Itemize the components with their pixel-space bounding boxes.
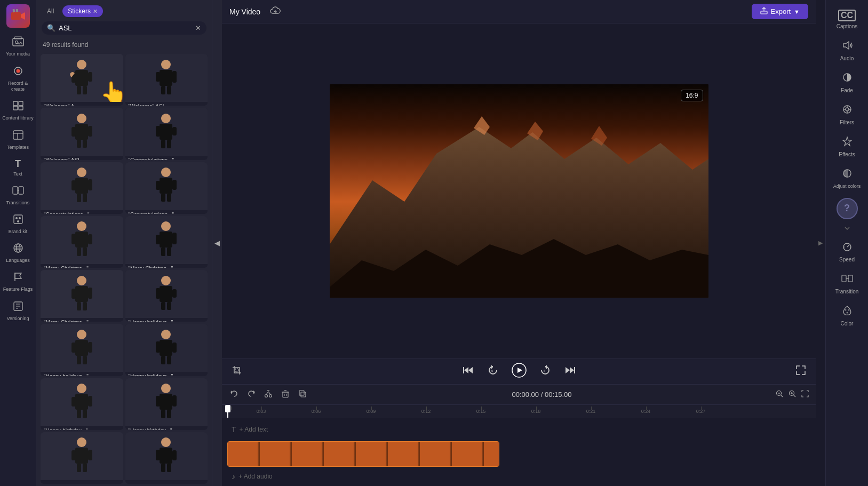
play-pause-button[interactable] xyxy=(509,361,529,383)
right-item-transition[interactable]: Transition xyxy=(826,268,868,300)
sidebar-item-templates[interactable]: Templates xyxy=(0,125,36,154)
delete-button[interactable] xyxy=(278,387,292,402)
right-collapse-button[interactable]: ▶ xyxy=(816,0,825,486)
sidebar-item-text[interactable]: T Text xyxy=(0,154,36,181)
sidebar-item-your-media[interactable]: Your media xyxy=(0,32,36,61)
cut-button[interactable] xyxy=(261,387,275,402)
svg-rect-73 xyxy=(156,235,160,244)
sidebar-item-feature-flags[interactable]: Feature Flags xyxy=(0,267,36,297)
right-item-audio[interactable]: Audio xyxy=(826,35,868,67)
svg-rect-58 xyxy=(83,194,87,202)
rewind-5s-button[interactable]: 5 xyxy=(485,362,501,381)
tab-all[interactable]: All xyxy=(42,5,59,17)
sticker-item-10[interactable]: "Happy holidays..." xyxy=(125,270,208,322)
svg-text:5: 5 xyxy=(491,369,493,372)
sticker-item-8[interactable]: "Merry Christma..." xyxy=(125,216,208,268)
sidebar-item-content-library[interactable]: Content library xyxy=(0,96,36,125)
zoom-in-button[interactable] xyxy=(787,388,798,401)
right-item-adjust-colors[interactable]: Adjust colors xyxy=(826,163,868,195)
svg-rect-137 xyxy=(463,367,464,373)
skip-back-button[interactable] xyxy=(460,362,476,381)
forward-5s-button[interactable]: 5 xyxy=(537,362,553,381)
right-item-speed[interactable]: Speed xyxy=(826,236,868,268)
sticker-item-7[interactable]: "Merry Christma..." xyxy=(41,216,123,268)
sticker-item-13[interactable]: "Happy birthday..." xyxy=(41,378,123,430)
stickers-tab-label: Stickers xyxy=(68,7,91,15)
right-item-color[interactable]: Color xyxy=(826,300,868,332)
svg-rect-82 xyxy=(83,302,87,310)
sticker-label-13: "Happy birthday..." xyxy=(41,426,123,430)
right-item-captions[interactable]: CC Captions xyxy=(826,4,868,35)
redo-button[interactable] xyxy=(244,387,258,402)
sticker-label-11: "Happy holidays..." xyxy=(41,372,123,376)
sticker-item-14[interactable]: "Happy birthday..." xyxy=(125,378,208,430)
export-button[interactable]: Export ▼ xyxy=(752,4,808,19)
svg-marker-136 xyxy=(468,367,473,373)
sticker-item-11[interactable]: "Happy holidays..." xyxy=(41,324,123,376)
svg-rect-33 xyxy=(77,86,81,94)
sticker-item-12[interactable]: "Happy holidays..." xyxy=(125,324,208,376)
video-track xyxy=(227,441,816,467)
right-item-filters[interactable]: Filters xyxy=(826,99,868,131)
left-controls xyxy=(229,363,244,380)
clear-search-icon[interactable]: ✕ xyxy=(195,24,201,32)
copy-button[interactable] xyxy=(296,387,309,402)
collapse-panel-button[interactable]: ◀ xyxy=(212,0,222,486)
sidebar-item-versioning[interactable]: Versioning xyxy=(0,297,36,325)
left-sidebar: Your media Record &create Content librar… xyxy=(0,0,36,486)
svg-point-150 xyxy=(269,394,272,397)
skip-forward-button[interactable] xyxy=(562,362,578,381)
sticker-thumb-2 xyxy=(125,54,208,102)
right-label-transition: Transition xyxy=(835,289,859,294)
sticker-thumb-3 xyxy=(41,108,123,156)
undo-button[interactable] xyxy=(227,387,241,402)
sticker-item-1[interactable]: 👆 "Welcome" A... xyxy=(41,54,123,106)
sticker-thumb-15 xyxy=(41,432,123,480)
svg-rect-98 xyxy=(172,342,177,353)
right-item-fade[interactable]: Fade xyxy=(826,67,868,99)
content-library-icon xyxy=(12,100,24,114)
svg-rect-123 xyxy=(161,464,165,472)
add-audio-button[interactable]: ♪ + Add audio xyxy=(227,470,277,483)
search-input[interactable] xyxy=(59,24,192,32)
right-item-effects[interactable]: Effects xyxy=(826,131,868,163)
sticker-label-14: "Happy birthday..." xyxy=(125,426,208,430)
sticker-item-3[interactable]: "Welcome" ASL ... xyxy=(41,108,123,160)
tab-stickers[interactable]: Stickers ✕ xyxy=(62,5,103,17)
sticker-item-16[interactable]: ... xyxy=(125,432,208,484)
svg-point-171 xyxy=(846,108,849,111)
zoom-out-button[interactable] xyxy=(774,388,785,401)
add-text-button[interactable]: T + Add text xyxy=(227,423,272,436)
right-label-filters: Filters xyxy=(840,119,854,125)
sidebar-label-versioning: Versioning xyxy=(6,316,29,321)
svg-marker-141 xyxy=(517,368,522,373)
audio-track-icon: ♪ xyxy=(232,472,235,481)
video-clip[interactable] xyxy=(227,441,499,467)
svg-rect-104 xyxy=(88,396,92,407)
fullscreen-button[interactable] xyxy=(793,363,808,380)
help-button[interactable]: ? xyxy=(837,198,858,219)
sidebar-item-transitions[interactable]: Transitions xyxy=(0,181,36,210)
close-stickers-tab[interactable]: ✕ xyxy=(93,8,98,15)
sticker-item-15[interactable]: ... xyxy=(41,432,123,484)
sticker-item-5[interactable]: "Congratulations..." xyxy=(41,162,123,214)
sticker-item-6[interactable]: "Congratulations..." xyxy=(125,162,208,214)
svg-rect-94 xyxy=(83,356,87,364)
fit-timeline-button[interactable] xyxy=(800,388,810,401)
sticker-item-2[interactable]: "Welcome" ASL ... xyxy=(125,54,208,106)
sidebar-label-your-media: Your media xyxy=(6,51,30,57)
right-label-color: Color xyxy=(841,321,854,326)
sticker-thumb-5 xyxy=(41,162,123,210)
content-panel-tabs: All Stickers ✕ xyxy=(36,0,212,21)
sticker-label-6: "Congratulations..." xyxy=(125,210,208,214)
svg-rect-3 xyxy=(15,9,18,12)
sticker-item-9[interactable]: "Merry Christma..." xyxy=(41,270,123,322)
sidebar-item-brand-kit[interactable]: Brand kit xyxy=(0,210,36,238)
sticker-item-4[interactable]: "Congratulations..." xyxy=(125,108,208,160)
sidebar-item-record-create[interactable]: Record &create xyxy=(0,61,36,97)
timeline-playhead[interactable] xyxy=(227,405,228,418)
crop-tool-button[interactable] xyxy=(229,363,244,380)
svg-point-59 xyxy=(161,168,171,177)
right-expand-arrow[interactable] xyxy=(841,222,853,236)
sidebar-item-languages[interactable]: Languages xyxy=(0,238,36,267)
